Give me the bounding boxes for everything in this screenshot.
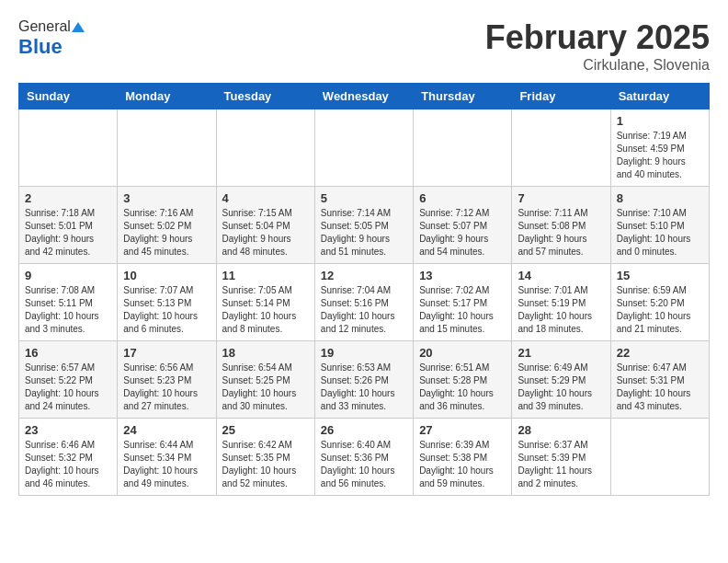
calendar-cell <box>512 109 610 187</box>
calendar-cell: 8Sunrise: 7:10 AM Sunset: 5:10 PM Daylig… <box>610 187 709 264</box>
calendar-cell <box>19 109 118 187</box>
weekday-header-thursday: Thursday <box>414 84 512 109</box>
calendar-cell: 19Sunrise: 6:53 AM Sunset: 5:26 PM Dayli… <box>314 341 413 419</box>
calendar-cell: 25Sunrise: 6:42 AM Sunset: 5:35 PM Dayli… <box>216 419 314 496</box>
week-row-2: 2Sunrise: 7:18 AM Sunset: 5:01 PM Daylig… <box>19 187 710 264</box>
calendar-cell: 9Sunrise: 7:08 AM Sunset: 5:11 PM Daylig… <box>19 264 118 341</box>
calendar-cell: 27Sunrise: 6:39 AM Sunset: 5:38 PM Dayli… <box>414 419 512 496</box>
day-info: Sunrise: 6:53 AM Sunset: 5:26 PM Dayligh… <box>321 362 407 413</box>
day-info: Sunrise: 6:59 AM Sunset: 5:20 PM Dayligh… <box>617 284 703 336</box>
weekday-header-sunday: Sunday <box>19 84 118 109</box>
calendar-cell: 16Sunrise: 6:57 AM Sunset: 5:22 PM Dayli… <box>19 341 118 419</box>
weekday-header-friday: Friday <box>512 84 610 109</box>
day-info: Sunrise: 6:47 AM Sunset: 5:31 PM Dayligh… <box>617 362 703 413</box>
day-number: 18 <box>222 346 309 360</box>
day-info: Sunrise: 6:42 AM Sunset: 5:35 PM Dayligh… <box>222 439 309 490</box>
day-number: 26 <box>321 423 407 437</box>
calendar-cell: 7Sunrise: 7:11 AM Sunset: 5:08 PM Daylig… <box>512 187 610 264</box>
week-row-5: 23Sunrise: 6:46 AM Sunset: 5:32 PM Dayli… <box>19 419 710 496</box>
day-number: 9 <box>25 269 111 282</box>
week-row-1: 1Sunrise: 7:19 AM Sunset: 4:59 PM Daylig… <box>19 109 710 187</box>
calendar-cell: 13Sunrise: 7:02 AM Sunset: 5:17 PM Dayli… <box>414 264 512 341</box>
day-number: 20 <box>419 346 506 360</box>
calendar-cell <box>610 419 709 496</box>
day-number: 24 <box>123 423 210 437</box>
calendar-cell: 14Sunrise: 7:01 AM Sunset: 5:19 PM Dayli… <box>512 264 610 341</box>
day-number: 10 <box>123 269 210 282</box>
day-number: 3 <box>123 191 210 205</box>
calendar-cell: 20Sunrise: 6:51 AM Sunset: 5:28 PM Dayli… <box>414 341 512 419</box>
day-info: Sunrise: 6:40 AM Sunset: 5:36 PM Dayligh… <box>321 439 407 490</box>
calendar-cell: 17Sunrise: 6:56 AM Sunset: 5:23 PM Dayli… <box>118 341 216 419</box>
day-info: Sunrise: 6:37 AM Sunset: 5:39 PM Dayligh… <box>518 439 604 490</box>
day-info: Sunrise: 7:02 AM Sunset: 5:17 PM Dayligh… <box>419 284 506 336</box>
calendar-cell: 2Sunrise: 7:18 AM Sunset: 5:01 PM Daylig… <box>19 187 118 264</box>
day-number: 15 <box>617 269 703 282</box>
day-info: Sunrise: 6:39 AM Sunset: 5:38 PM Dayligh… <box>419 439 506 490</box>
day-info: Sunrise: 7:14 AM Sunset: 5:05 PM Dayligh… <box>321 207 407 259</box>
calendar-cell: 24Sunrise: 6:44 AM Sunset: 5:34 PM Dayli… <box>118 419 216 496</box>
calendar-table: SundayMondayTuesdayWednesdayThursdayFrid… <box>18 83 710 496</box>
day-info: Sunrise: 6:44 AM Sunset: 5:34 PM Dayligh… <box>123 439 210 490</box>
day-number: 7 <box>518 191 604 205</box>
weekday-header-row: SundayMondayTuesdayWednesdayThursdayFrid… <box>19 84 710 109</box>
day-info: Sunrise: 7:05 AM Sunset: 5:14 PM Dayligh… <box>222 284 309 336</box>
day-info: Sunrise: 7:19 AM Sunset: 4:59 PM Dayligh… <box>617 130 703 181</box>
week-row-4: 16Sunrise: 6:57 AM Sunset: 5:22 PM Dayli… <box>19 341 710 419</box>
day-info: Sunrise: 7:15 AM Sunset: 5:04 PM Dayligh… <box>222 207 309 259</box>
calendar-cell: 1Sunrise: 7:19 AM Sunset: 4:59 PM Daylig… <box>610 109 709 187</box>
day-info: Sunrise: 7:01 AM Sunset: 5:19 PM Dayligh… <box>518 284 604 336</box>
logo-blue-text: Blue <box>18 35 63 59</box>
calendar-cell: 21Sunrise: 6:49 AM Sunset: 5:29 PM Dayli… <box>512 341 610 419</box>
calendar-cell: 18Sunrise: 6:54 AM Sunset: 5:25 PM Dayli… <box>216 341 314 419</box>
month-title: February 2025 <box>485 18 710 57</box>
location-subtitle: Cirkulane, Slovenia <box>485 57 710 74</box>
logo-triangle-icon <box>72 22 85 32</box>
day-info: Sunrise: 7:10 AM Sunset: 5:10 PM Dayligh… <box>617 207 703 259</box>
calendar-cell: 11Sunrise: 7:05 AM Sunset: 5:14 PM Dayli… <box>216 264 314 341</box>
calendar-cell <box>414 109 512 187</box>
calendar-cell: 10Sunrise: 7:07 AM Sunset: 5:13 PM Dayli… <box>118 264 216 341</box>
day-number: 12 <box>321 269 407 282</box>
calendar-cell: 23Sunrise: 6:46 AM Sunset: 5:32 PM Dayli… <box>19 419 118 496</box>
day-number: 21 <box>518 346 604 360</box>
day-number: 28 <box>518 423 604 437</box>
day-number: 1 <box>617 114 703 128</box>
calendar-cell: 26Sunrise: 6:40 AM Sunset: 5:36 PM Dayli… <box>314 419 413 496</box>
calendar-cell: 22Sunrise: 6:47 AM Sunset: 5:31 PM Dayli… <box>610 341 709 419</box>
day-number: 6 <box>419 191 506 205</box>
day-info: Sunrise: 7:18 AM Sunset: 5:01 PM Dayligh… <box>25 207 111 259</box>
day-info: Sunrise: 7:12 AM Sunset: 5:07 PM Dayligh… <box>419 207 506 259</box>
calendar-cell: 15Sunrise: 6:59 AM Sunset: 5:20 PM Dayli… <box>610 264 709 341</box>
calendar-cell: 6Sunrise: 7:12 AM Sunset: 5:07 PM Daylig… <box>414 187 512 264</box>
day-number: 14 <box>518 269 604 282</box>
calendar-cell: 28Sunrise: 6:37 AM Sunset: 5:39 PM Dayli… <box>512 419 610 496</box>
day-info: Sunrise: 6:56 AM Sunset: 5:23 PM Dayligh… <box>123 362 210 413</box>
day-number: 13 <box>419 269 506 282</box>
weekday-header-saturday: Saturday <box>610 84 709 109</box>
day-info: Sunrise: 6:49 AM Sunset: 5:29 PM Dayligh… <box>518 362 604 413</box>
day-number: 23 <box>25 423 111 437</box>
day-number: 2 <box>25 191 111 205</box>
calendar-cell: 4Sunrise: 7:15 AM Sunset: 5:04 PM Daylig… <box>216 187 314 264</box>
day-info: Sunrise: 7:07 AM Sunset: 5:13 PM Dayligh… <box>123 284 210 336</box>
logo: General Blue <box>18 18 86 59</box>
calendar-cell: 3Sunrise: 7:16 AM Sunset: 5:02 PM Daylig… <box>118 187 216 264</box>
day-number: 22 <box>617 346 703 360</box>
day-info: Sunrise: 6:46 AM Sunset: 5:32 PM Dayligh… <box>25 439 111 490</box>
calendar-cell <box>118 109 216 187</box>
title-area: February 2025 Cirkulane, Slovenia <box>485 18 710 74</box>
week-row-3: 9Sunrise: 7:08 AM Sunset: 5:11 PM Daylig… <box>19 264 710 341</box>
day-number: 19 <box>321 346 407 360</box>
day-info: Sunrise: 7:16 AM Sunset: 5:02 PM Dayligh… <box>123 207 210 259</box>
calendar-cell: 12Sunrise: 7:04 AM Sunset: 5:16 PM Dayli… <box>314 264 413 341</box>
calendar-cell: 5Sunrise: 7:14 AM Sunset: 5:05 PM Daylig… <box>314 187 413 264</box>
day-info: Sunrise: 6:57 AM Sunset: 5:22 PM Dayligh… <box>25 362 111 413</box>
day-number: 4 <box>222 191 309 205</box>
day-info: Sunrise: 6:51 AM Sunset: 5:28 PM Dayligh… <box>419 362 506 413</box>
day-info: Sunrise: 7:11 AM Sunset: 5:08 PM Dayligh… <box>518 207 604 259</box>
day-number: 16 <box>25 346 111 360</box>
page-header: General Blue February 2025 Cirkulane, Sl… <box>18 18 710 74</box>
calendar-cell <box>314 109 413 187</box>
day-number: 25 <box>222 423 309 437</box>
